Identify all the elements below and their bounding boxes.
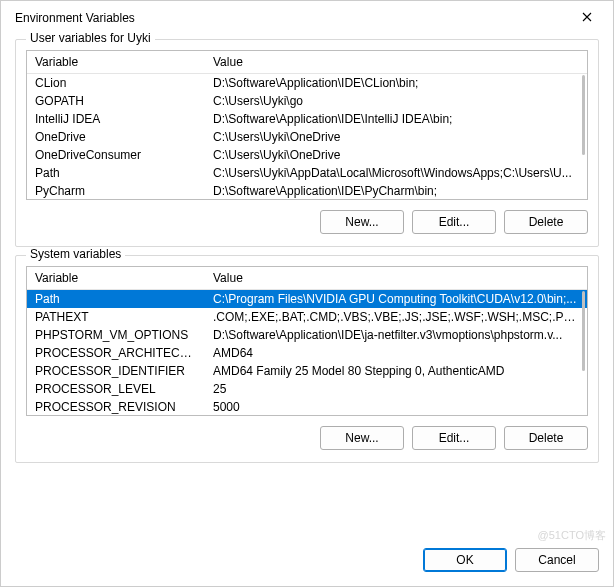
- table-row[interactable]: OneDriveC:\Users\Uyki\OneDrive: [27, 128, 587, 146]
- table-row[interactable]: OneDriveConsumerC:\Users\Uyki\OneDrive: [27, 146, 587, 164]
- col-variable[interactable]: Variable: [27, 51, 205, 74]
- cell-variable: PHPSTORM_VM_OPTIONS: [27, 326, 205, 344]
- user-delete-button[interactable]: Delete: [504, 210, 588, 234]
- system-new-button[interactable]: New...: [320, 426, 404, 450]
- cell-value: AMD64 Family 25 Model 80 Stepping 0, Aut…: [205, 362, 587, 380]
- cell-variable: OneDrive: [27, 128, 205, 146]
- cell-value: C:\Program Files\NVIDIA GPU Computing To…: [205, 290, 587, 309]
- cell-variable: PROCESSOR_REVISION: [27, 398, 205, 415]
- env-vars-dialog: Environment Variables User variables for…: [0, 0, 614, 587]
- cell-variable: IntelliJ IDEA: [27, 110, 205, 128]
- cell-variable: PyCharm: [27, 182, 205, 199]
- table-row[interactable]: GOPATHC:\Users\Uyki\go: [27, 92, 587, 110]
- cell-value: C:\Users\Uyki\OneDrive: [205, 128, 587, 146]
- table-row[interactable]: PyCharmD:\Software\Application\IDE\PyCha…: [27, 182, 587, 199]
- cell-variable: OneDriveConsumer: [27, 146, 205, 164]
- table-row[interactable]: PROCESSOR_ARCHITECTUREAMD64: [27, 344, 587, 362]
- cell-variable: CLion: [27, 74, 205, 93]
- cell-value: .COM;.EXE;.BAT;.CMD;.VBS;.VBE;.JS;.JSE;.…: [205, 308, 587, 326]
- user-variables-group: User variables for Uyki Variable Value C…: [15, 39, 599, 247]
- table-row[interactable]: PathC:\Program Files\NVIDIA GPU Computin…: [27, 290, 587, 309]
- col-variable[interactable]: Variable: [27, 267, 205, 290]
- table-row[interactable]: PATHEXT.COM;.EXE;.BAT;.CMD;.VBS;.VBE;.JS…: [27, 308, 587, 326]
- system-variables-group: System variables Variable Value PathC:\P…: [15, 255, 599, 463]
- close-button[interactable]: [571, 7, 603, 29]
- table-row[interactable]: PathC:\Users\Uyki\AppData\Local\Microsof…: [27, 164, 587, 182]
- scrollbar-indicator[interactable]: [582, 75, 585, 155]
- cell-value: 25: [205, 380, 587, 398]
- table-row[interactable]: PROCESSOR_IDENTIFIERAMD64 Family 25 Mode…: [27, 362, 587, 380]
- system-group-label: System variables: [26, 247, 125, 261]
- cell-variable: Path: [27, 290, 205, 309]
- cell-value: C:\Users\Uyki\AppData\Local\Microsoft\Wi…: [205, 164, 587, 182]
- table-row[interactable]: PROCESSOR_REVISION5000: [27, 398, 587, 415]
- cell-value: D:\Software\Application\IDE\CLion\bin;: [205, 74, 587, 93]
- cell-variable: PROCESSOR_IDENTIFIER: [27, 362, 205, 380]
- cell-value: AMD64: [205, 344, 587, 362]
- cell-value: 5000: [205, 398, 587, 415]
- dialog-footer: OK Cancel: [1, 544, 613, 586]
- cell-value: C:\Users\Uyki\OneDrive: [205, 146, 587, 164]
- table-row[interactable]: PROCESSOR_LEVEL25: [27, 380, 587, 398]
- cancel-button[interactable]: Cancel: [515, 548, 599, 572]
- cell-variable: PROCESSOR_ARCHITECTURE: [27, 344, 205, 362]
- system-edit-button[interactable]: Edit...: [412, 426, 496, 450]
- dialog-content: User variables for Uyki Variable Value C…: [1, 33, 613, 544]
- system-button-row: New... Edit... Delete: [26, 426, 588, 450]
- col-value[interactable]: Value: [205, 51, 587, 74]
- cell-value: C:\Users\Uyki\go: [205, 92, 587, 110]
- user-button-row: New... Edit... Delete: [26, 210, 588, 234]
- cell-variable: PROCESSOR_LEVEL: [27, 380, 205, 398]
- table-row[interactable]: PHPSTORM_VM_OPTIONSD:\Software\Applicati…: [27, 326, 587, 344]
- table-row[interactable]: CLionD:\Software\Application\IDE\CLion\b…: [27, 74, 587, 93]
- cell-variable: GOPATH: [27, 92, 205, 110]
- close-icon: [582, 11, 592, 25]
- cell-value: D:\Software\Application\IDE\IntelliJ IDE…: [205, 110, 587, 128]
- ok-button[interactable]: OK: [423, 548, 507, 572]
- system-variables-table[interactable]: Variable Value PathC:\Program Files\NVID…: [26, 266, 588, 416]
- col-value[interactable]: Value: [205, 267, 587, 290]
- cell-value: D:\Software\Application\IDE\PyCharm\bin;: [205, 182, 587, 199]
- cell-variable: PATHEXT: [27, 308, 205, 326]
- user-group-label: User variables for Uyki: [26, 31, 155, 45]
- titlebar: Environment Variables: [1, 1, 613, 33]
- scrollbar-indicator[interactable]: [582, 291, 585, 371]
- user-new-button[interactable]: New...: [320, 210, 404, 234]
- cell-variable: Path: [27, 164, 205, 182]
- user-edit-button[interactable]: Edit...: [412, 210, 496, 234]
- table-row[interactable]: IntelliJ IDEAD:\Software\Application\IDE…: [27, 110, 587, 128]
- window-title: Environment Variables: [15, 11, 135, 25]
- system-delete-button[interactable]: Delete: [504, 426, 588, 450]
- cell-value: D:\Software\Application\IDE\ja-netfilter…: [205, 326, 587, 344]
- user-variables-table[interactable]: Variable Value CLionD:\Software\Applicat…: [26, 50, 588, 200]
